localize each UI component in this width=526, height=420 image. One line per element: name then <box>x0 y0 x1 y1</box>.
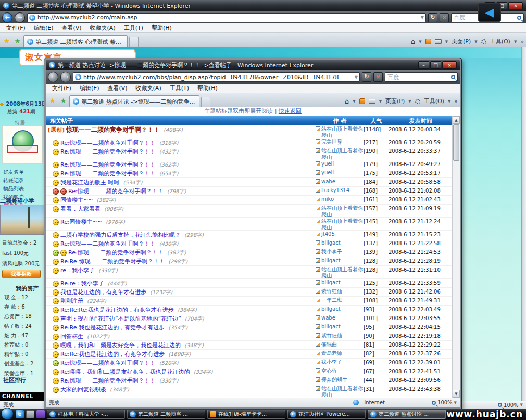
home-icon[interactable]: ⌂ <box>411 37 415 45</box>
menu-item[interactable]: 工具(T) <box>166 84 193 92</box>
post-author-link[interactable]: yueli <box>321 161 334 167</box>
close-button[interactable]: × <box>508 2 523 9</box>
start-button[interactable] <box>1 408 14 420</box>
taskbar-button[interactable]: 在线升级-瑞星卡卡... <box>207 410 285 419</box>
outer-page-scrollbar[interactable] <box>521 47 526 401</box>
page-menu-button[interactable]: 页面(P) <box>452 37 471 45</box>
post-author-link[interactable]: 站在山顶上看着你爬山 <box>321 218 364 231</box>
post-title-link[interactable]: 回答杯生 <box>60 333 83 340</box>
table-row[interactable]: 二频有学校的强力后盾支持，花江怎能相比呢？(298字)jt405[149]200… <box>46 231 452 239</box>
gear-icon[interactable] <box>415 99 420 104</box>
menu-item[interactable]: 收藏夹(A) <box>132 84 166 92</box>
message-icon[interactable] <box>316 170 320 175</box>
message-icon[interactable] <box>316 298 320 302</box>
message-icon[interactable] <box>316 139 320 144</box>
feed-icon[interactable] <box>359 98 365 104</box>
table-row[interactable]: 嘎嘎，我们和二频是友好竞争，我也是花江边的(348字)催眠曲[81]2008-6… <box>46 341 452 350</box>
post-author-link[interactable]: 紫竹狂仙 <box>321 333 342 339</box>
message-icon[interactable] <box>316 307 320 311</box>
print-dropdown-icon[interactable]: ▼ <box>445 40 448 44</box>
menu-item[interactable]: 帮助(H) <box>147 24 176 32</box>
print-icon[interactable] <box>435 39 442 44</box>
table-row[interactable]: 看看，大家看看(906字)站在山顶上看着你爬山[157]2008-6-12 21… <box>46 205 452 218</box>
home-dropdown-icon[interactable]: ▼ <box>353 99 355 104</box>
post-title-link[interactable]: Re:同情楼主~~ <box>60 218 102 226</box>
message-icon[interactable] <box>316 342 320 347</box>
gear-icon[interactable] <box>481 39 486 44</box>
post-title-link[interactable]: Re:Re:Re:我也是花江边的，有竞争才有进步 <box>60 306 174 314</box>
post-author-link[interactable]: 我小李子 <box>321 359 342 365</box>
sidebar-link[interactable]: 转账记录 <box>0 176 44 185</box>
message-icon[interactable] <box>316 161 320 166</box>
post-author-link[interactable]: 裸奔的蜗牛 <box>321 377 347 383</box>
table-row[interactable]: Re:Re:我也是花江边的，有竞争才有进步(354字)billgact[95]2… <box>46 323 452 332</box>
post-title-link[interactable]: Re:惊现——二频的竞争对手啊？！！ <box>60 170 156 177</box>
table-row[interactable]: 同情楼主~~(382字)miko[161]2008-6-12 21:02:43 <box>46 196 452 205</box>
post-title-link[interactable]: Re:Re:我也是花江边的，有竞争才有进步 <box>60 324 165 332</box>
post-title-link[interactable]: Re:嘎嘎，我们和二频是友好竞争，我也是花江边的 <box>60 368 190 376</box>
table-row[interactable]: re：我小李子(330字)站在山顶上看着你爬山[128]2008-6-12 21… <box>46 266 452 279</box>
new-tab-stub[interactable] <box>129 37 139 47</box>
popup-minimize-button[interactable]: – <box>418 61 429 69</box>
message-icon[interactable] <box>316 289 320 294</box>
message-icon[interactable] <box>316 188 320 193</box>
table-row[interactable]: Re:惊现——二频的竞争对手啊？！！(430字)billgact[137]200… <box>46 239 452 248</box>
post-author-link[interactable]: billgact <box>321 258 341 264</box>
taskbar-button[interactable]: e第二频道 二频博客 ... <box>127 410 205 419</box>
table-row[interactable]: Re:同情楼主~~(976字)站在山顶上看着你爬山[145]2008-6-12 … <box>46 218 452 231</box>
message-icon[interactable] <box>316 240 320 245</box>
post-title-link[interactable]: Re:惊现——二频的竞争对手啊？！！ <box>60 139 156 147</box>
tools-menu-button[interactable]: 工具(O) <box>424 97 444 105</box>
home-dropdown-icon[interactable]: ▼ <box>419 40 421 44</box>
zoom-dropdown-icon[interactable]: ▼ <box>520 403 523 407</box>
favorites-star-icon[interactable]: ★ <box>2 35 11 47</box>
menu-item[interactable]: 收藏夹(A) <box>86 24 120 32</box>
post-author-link[interactable]: 青岛老师 <box>321 350 342 357</box>
taskbar-button[interactable]: e第二频道 热点讨论 ... <box>368 410 446 419</box>
table-row[interactable]: Re:re：我小李子(444字)billgact[125]2008-6-12 2… <box>46 279 452 288</box>
post-author-link[interactable]: 站在山顶上看着你爬山 <box>321 266 364 279</box>
favorites-star-icon[interactable]: ★ <box>48 95 57 107</box>
post-title-link[interactable]: 我也是花江边的，有竞争才有进步 <box>60 288 146 296</box>
post-title-link[interactable]: Re:惊现——二频的竞争对手啊？！！ <box>60 161 156 169</box>
message-icon[interactable] <box>316 377 320 382</box>
post-author-link[interactable]: 站在山顶上看着你爬山 <box>321 205 364 218</box>
popup-search-box[interactable]: 百度 <box>385 72 458 82</box>
address-dropdown-icon[interactable]: ▼ <box>355 75 358 80</box>
back-button[interactable]: ← <box>2 12 12 23</box>
menu-item[interactable]: 查看(V) <box>57 24 85 32</box>
table-row[interactable]: Re:惊现——二频的竞争对手啊？！！(330字)裸奔的蜗牛[44]2008-6-… <box>46 376 452 385</box>
forward-button[interactable]: → <box>15 12 25 23</box>
message-icon[interactable] <box>316 232 320 236</box>
post-title-link[interactable]: Re:惊现——二频的竞争对手啊？！！ <box>60 377 156 385</box>
quick-return-link[interactable]: 快速返回 <box>279 108 302 114</box>
message-icon[interactable] <box>316 280 320 285</box>
outer-address-field[interactable]: e http://www.myclub2.com/main.asp ▼ <box>27 13 426 22</box>
table-row[interactable]: Re:Re:惊现——二频的竞争对手啊？！！(298字)billgact[128]… <box>46 257 452 266</box>
post-title-link[interactable]: Re:re：我小李子 <box>60 279 104 287</box>
post-title-link[interactable]: Re:惊现——二频的竞争对手啊？！！ <box>60 148 156 156</box>
post-author-link[interactable]: 紫竹狂仙 <box>321 288 342 295</box>
post-author-link[interactable]: jt405 <box>321 231 335 237</box>
quicklaunch-ie-icon[interactable]: e <box>16 410 24 418</box>
stop-button[interactable]: × <box>440 13 449 22</box>
post-title-link[interactable]: 惊现——二频的竞争对手啊？！！ <box>66 125 160 134</box>
search-icon[interactable] <box>451 75 455 79</box>
table-row[interactable]: Re:惊现——二频的竞争对手啊？！！(362字)yueli[179]2008-6… <box>46 160 452 169</box>
home-icon[interactable]: ⌂ <box>345 97 349 105</box>
post-author-link[interactable]: wabe <box>321 315 335 321</box>
table-row[interactable]: Re:Re:我也是花江边的，有竞争才有进步(1690字)青岛老师[82]2008… <box>46 350 452 359</box>
popup-address-field[interactable]: e http://www.myclub2.com/bbs/plan_disp.a… <box>73 72 360 82</box>
quicklaunch-show-desktop-icon[interactable] <box>26 410 34 418</box>
message-icon[interactable] <box>316 351 320 355</box>
menu-item[interactable]: 编辑(E) <box>76 84 104 92</box>
post-title-link[interactable]: 我是花江边的版主 呵呵 <box>60 179 120 186</box>
post-title-link[interactable]: 声明：现在的“花江边”不是以前基地的“花江边” <box>60 315 181 323</box>
menu-item[interactable]: 帮助(H) <box>193 84 222 92</box>
message-icon[interactable] <box>316 179 320 184</box>
post-author-link[interactable]: billgact <box>321 279 341 286</box>
menu-item[interactable]: 文件(F) <box>2 24 30 32</box>
quicklaunch-media-icon[interactable] <box>36 410 45 418</box>
post-author-link[interactable]: billgact <box>321 306 341 312</box>
zoom-dropdown-icon[interactable]: ▼ <box>454 401 457 405</box>
